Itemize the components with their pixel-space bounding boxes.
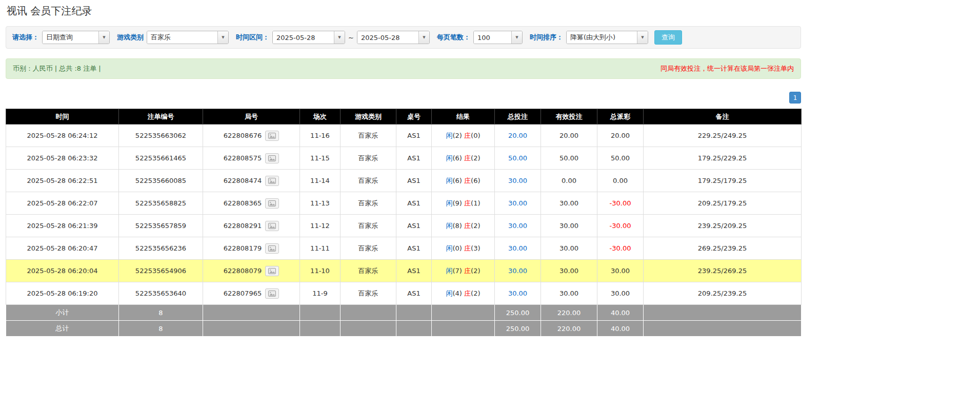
- cell-table-no: AS1: [396, 125, 432, 147]
- chevron-down-icon[interactable]: ▼: [418, 31, 429, 44]
- total-bet-link[interactable]: 30.00: [508, 289, 527, 297]
- cell-note: 269.25/239.25: [644, 237, 802, 260]
- page-number-button[interactable]: 1: [789, 92, 801, 104]
- table-row: 2025-05-28 06:24:12522535663062622808676…: [6, 125, 802, 147]
- result-player: 闲: [446, 222, 453, 230]
- cell-valid-bet: 30.00: [541, 282, 597, 305]
- chevron-down-icon[interactable]: ▼: [334, 31, 345, 44]
- result-banker: 庄: [464, 199, 471, 207]
- cell-payout: -30.00: [597, 237, 644, 260]
- cell-bet-id: 522535656236: [119, 237, 203, 260]
- chevron-down-icon[interactable]: ▼: [98, 31, 109, 44]
- cell-table-no: AS1: [396, 282, 432, 305]
- chevron-down-icon[interactable]: ▼: [217, 31, 228, 44]
- cards-icon[interactable]: [265, 153, 279, 163]
- date-from-select[interactable]: ▼: [272, 31, 345, 44]
- cell-time: 2025-05-28 06:20:04: [6, 260, 119, 282]
- result-player: 闲: [446, 244, 453, 252]
- total-bet-link[interactable]: 20.00: [508, 132, 527, 139]
- cell-valid-bet: 30.00: [541, 260, 597, 282]
- result-banker: 庄: [464, 244, 471, 252]
- cell-result: 闲(0) 庄(3): [432, 237, 495, 260]
- column-header: 场次: [300, 109, 341, 125]
- table-body: 2025-05-28 06:24:12522535663062622808676…: [6, 125, 802, 305]
- page-size-input[interactable]: [474, 31, 511, 44]
- cell-session: 11-16: [300, 125, 341, 147]
- table-row: 2025-05-28 06:21:39522535657859622808291…: [6, 215, 802, 237]
- cell-time: 2025-05-28 06:24:12: [6, 125, 119, 147]
- cell-payout: 0.00: [597, 170, 644, 192]
- total-bet-link[interactable]: 30.00: [508, 177, 527, 184]
- cards-icon[interactable]: [265, 288, 279, 299]
- cell-table-no: AS1: [396, 260, 432, 282]
- cards-icon[interactable]: [265, 176, 279, 186]
- game-type-input[interactable]: [147, 31, 217, 44]
- cell-total-bet: 30.00: [495, 170, 541, 192]
- total-bet-link[interactable]: 30.00: [508, 244, 527, 252]
- cell-note: 209.25/179.25: [644, 192, 802, 215]
- cards-icon[interactable]: [265, 198, 279, 209]
- total-bet-link[interactable]: 30.00: [508, 222, 527, 230]
- search-button[interactable]: 查询: [654, 30, 682, 45]
- cell-session: 11-15: [300, 147, 341, 170]
- result-player: 闲: [446, 267, 453, 275]
- cards-icon[interactable]: [265, 131, 279, 141]
- page-size-select[interactable]: ▼: [473, 31, 523, 44]
- summary-valid-bet: 220.00: [541, 321, 597, 337]
- cell-game-type: 百家乐: [341, 282, 396, 305]
- column-header: 注单编号: [119, 109, 203, 125]
- sort-order-select[interactable]: ▼: [566, 31, 648, 44]
- cell-valid-bet: 50.00: [541, 147, 597, 170]
- summary-row: 小计8250.00220.0040.00: [6, 305, 802, 321]
- cell-table-no: AS1: [396, 215, 432, 237]
- cell-total-bet: 30.00: [495, 215, 541, 237]
- cell-game-type: 百家乐: [341, 260, 396, 282]
- cell-game-type: 百家乐: [341, 170, 396, 192]
- cell-payout: 50.00: [597, 147, 644, 170]
- page-size-label: 每页笔数：: [437, 33, 470, 42]
- cell-bet-id: 522535657859: [119, 215, 203, 237]
- cell-note: 179.25/179.25: [644, 170, 802, 192]
- cell-result: 闲(6) 庄(6): [432, 170, 495, 192]
- cell-valid-bet: 30.00: [541, 237, 597, 260]
- chevron-down-icon[interactable]: ▼: [637, 31, 648, 44]
- column-header: 游戏类别: [341, 109, 396, 125]
- query-type-select[interactable]: ▼: [42, 31, 110, 44]
- sort-order-input[interactable]: [567, 31, 637, 44]
- cell-round: 622808179: [203, 237, 300, 260]
- cell-bet-id: 522535663062: [119, 125, 203, 147]
- time-range-label: 时间区间：: [236, 33, 269, 42]
- game-type-select[interactable]: ▼: [147, 31, 229, 44]
- date-to-select[interactable]: ▼: [357, 31, 430, 44]
- cards-icon[interactable]: [265, 266, 279, 276]
- cell-game-type: 百家乐: [341, 147, 396, 170]
- summary-row: 总计8250.00220.0040.00: [6, 321, 802, 337]
- round-id: 622808474: [224, 177, 262, 184]
- cell-session: 11-14: [300, 170, 341, 192]
- cell-time: 2025-05-28 06:22:51: [6, 170, 119, 192]
- cell-round: 622808291: [203, 215, 300, 237]
- cell-note: 229.25/249.25: [644, 125, 802, 147]
- bet-records-table: 时间注单编号局号场次游戏类别桌号结果总投注有效投注总派彩备注 2025-05-2…: [6, 109, 802, 337]
- cards-icon[interactable]: [265, 243, 279, 254]
- chevron-down-icon[interactable]: ▼: [511, 31, 522, 44]
- cards-icon[interactable]: [265, 221, 279, 231]
- total-bet-link[interactable]: 50.00: [508, 154, 527, 162]
- cell-session: 11-9: [300, 282, 341, 305]
- result-banker: 庄: [464, 177, 471, 184]
- total-bet-link[interactable]: 30.00: [508, 199, 527, 207]
- total-bet-link[interactable]: 30.00: [508, 267, 527, 275]
- column-header: 结果: [432, 109, 495, 125]
- column-header: 总派彩: [597, 109, 644, 125]
- date-to-input[interactable]: [357, 31, 418, 44]
- query-type-input[interactable]: [43, 31, 98, 44]
- cell-time: 2025-05-28 06:21:39: [6, 215, 119, 237]
- cell-valid-bet: 0.00: [541, 170, 597, 192]
- summary-total-bet: 250.00: [495, 321, 541, 337]
- date-from-input[interactable]: [273, 31, 334, 44]
- round-id: 622808575: [224, 154, 262, 162]
- summary-payout: 40.00: [597, 321, 644, 337]
- summary-label: 总计: [6, 321, 119, 337]
- cell-round: 622808474: [203, 170, 300, 192]
- cell-session: 11-10: [300, 260, 341, 282]
